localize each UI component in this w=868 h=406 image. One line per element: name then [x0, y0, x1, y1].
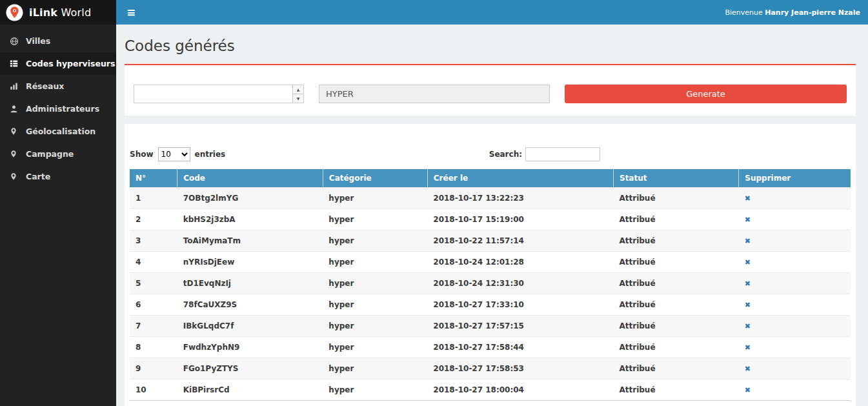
cell-num: 10 [130, 380, 177, 401]
column-header[interactable]: Code [177, 169, 323, 188]
welcome-text: Bienvenue Hanry Jean-pierre Nzale [725, 8, 860, 17]
cell-status: Attribué [613, 209, 738, 230]
cell-category: hyper [323, 273, 427, 294]
cell-category: hyper [323, 380, 427, 401]
sidebar-item-label: Carte [26, 172, 50, 181]
cell-status: Attribué [613, 252, 738, 273]
page-length-select[interactable]: 10 [158, 147, 190, 161]
map-marker-icon [10, 127, 19, 136]
cell-num: 4 [130, 252, 177, 273]
cell-delete: ✖ [739, 188, 851, 209]
category-field [319, 85, 550, 103]
delete-icon[interactable]: ✖ [745, 258, 751, 267]
delete-icon[interactable]: ✖ [745, 386, 751, 394]
cell-created: 2018-10-17 13:22:23 [427, 188, 613, 209]
globe-icon [10, 37, 19, 46]
cell-status: Attribué [613, 294, 738, 316]
sidebar-item-villes[interactable]: Villes [0, 30, 116, 52]
cell-num: 2 [130, 209, 177, 230]
codes-table-panel: Show 10 entries Search: N°CodeCatégorieC… [125, 124, 856, 406]
brand-name: iLink World [29, 6, 91, 19]
delete-icon[interactable]: ✖ [745, 279, 751, 288]
app-logo-icon [6, 4, 23, 21]
cell-category: hyper [323, 252, 427, 273]
quantity-input[interactable] [134, 85, 292, 103]
cell-delete: ✖ [739, 380, 851, 401]
user-icon [10, 105, 19, 113]
column-header[interactable]: Supprimer [739, 169, 851, 188]
cell-category: hyper [323, 337, 427, 358]
codes-table-head: N°CodeCatégorieCréer leStatutSupprimer [130, 169, 851, 188]
cell-num: 6 [130, 294, 177, 316]
delete-icon[interactable]: ✖ [745, 365, 751, 373]
cell-status: Attribué [613, 358, 738, 380]
cell-delete: ✖ [739, 337, 851, 358]
cell-status: Attribué [613, 188, 738, 209]
cell-code: kbHS2j3zbA [177, 209, 323, 230]
main-content: Codes générés ▲ ▼ Generate Show 10 entri… [116, 25, 868, 406]
stepper-down-icon[interactable]: ▼ [293, 94, 303, 103]
table-row: 2kbHS2j3zbAhyper2018-10-17 15:19:00Attri… [130, 209, 851, 230]
column-header[interactable]: Statut [613, 169, 738, 188]
table-row: 678fCaUXZ9Shyper2018-10-27 17:33:10Attri… [130, 294, 851, 316]
generate-button[interactable]: Generate [565, 85, 847, 103]
cell-code: 78fCaUXZ9S [177, 294, 323, 316]
brand[interactable]: iLink World [0, 0, 116, 25]
cell-created: 2018-10-24 12:01:28 [427, 252, 613, 273]
sidebar-item-label: Villes [26, 36, 50, 46]
cell-delete: ✖ [739, 273, 851, 294]
cell-created: 2018-10-24 12:31:30 [427, 273, 613, 294]
cell-created: 2018-10-27 17:58:53 [427, 358, 613, 380]
cell-created: 2018-10-27 17:58:44 [427, 337, 613, 358]
list-icon [10, 59, 19, 68]
column-header[interactable]: N° [130, 169, 177, 188]
delete-icon[interactable]: ✖ [745, 216, 751, 224]
sidebar-item-geolocalisation[interactable]: Géolocalisation [0, 120, 116, 143]
delete-icon[interactable]: ✖ [745, 343, 751, 352]
delete-icon[interactable]: ✖ [745, 322, 751, 330]
sidebar-item-carte[interactable]: Carte [0, 165, 116, 188]
search-control: Search: [489, 147, 600, 161]
cell-delete: ✖ [739, 316, 851, 337]
search-input[interactable] [525, 147, 600, 161]
chart-bars-icon [10, 82, 19, 90]
cell-code: FGo1PyZTYS [177, 358, 323, 380]
sidebar-item-reseaux[interactable]: Réseaux [0, 75, 116, 97]
generate-panel: ▲ ▼ Generate [125, 64, 856, 116]
table-row: 8FwdhzYphN9hyper2018-10-27 17:58:44Attri… [130, 337, 851, 358]
cell-delete: ✖ [739, 294, 851, 316]
cell-delete: ✖ [739, 358, 851, 380]
delete-icon[interactable]: ✖ [745, 194, 751, 203]
cell-category: hyper [323, 358, 427, 380]
cell-code: nYRIsDjEew [177, 252, 323, 273]
table-controls: Show 10 entries Search: [130, 147, 851, 161]
delete-icon[interactable]: ✖ [745, 301, 751, 309]
stepper-up-icon[interactable]: ▲ [293, 85, 303, 94]
cell-status: Attribué [613, 230, 738, 252]
cell-created: 2018-10-27 17:33:10 [427, 294, 613, 316]
page-length-control: Show 10 entries [130, 147, 225, 161]
entries-label: entries [195, 150, 226, 159]
cell-created: 2018-10-27 18:00:04 [427, 380, 613, 401]
sidebar-item-administrateurs[interactable]: Administrateurs [0, 97, 116, 120]
sidebar-item-campagne[interactable]: Campagne [0, 143, 116, 165]
delete-icon[interactable]: ✖ [745, 237, 751, 245]
cell-created: 2018-10-22 11:57:14 [427, 230, 613, 252]
cell-status: Attribué [613, 273, 738, 294]
top-bar: iLink World ≡ Bienvenue Hanry Jean-pierr… [0, 0, 868, 25]
table-row: 4nYRIsDjEewhyper2018-10-24 12:01:28Attri… [130, 252, 851, 273]
cell-code: tD1EvqNzIj [177, 273, 323, 294]
quantity-stepper[interactable]: ▲ ▼ [134, 85, 304, 103]
column-header[interactable]: Catégorie [323, 169, 427, 188]
column-header[interactable]: Créer le [427, 169, 613, 188]
cell-num: 5 [130, 273, 177, 294]
sidebar-toggle-icon[interactable]: ≡ [126, 7, 136, 18]
cell-code: 7OBtg2lmYG [177, 188, 323, 209]
table-row: 5tD1EvqNzIjhyper2018-10-24 12:31:30Attri… [130, 273, 851, 294]
table-row: 3ToAiMymaTmhyper2018-10-22 11:57:14Attri… [130, 230, 851, 252]
sidebar-item-codes-hyperviseurs[interactable]: Codes hyperviseurs [0, 52, 116, 75]
cell-category: hyper [323, 294, 427, 316]
header-row: N°CodeCatégorieCréer leStatutSupprimer [130, 169, 851, 188]
cell-category: hyper [323, 230, 427, 252]
cell-status: Attribué [613, 380, 738, 401]
